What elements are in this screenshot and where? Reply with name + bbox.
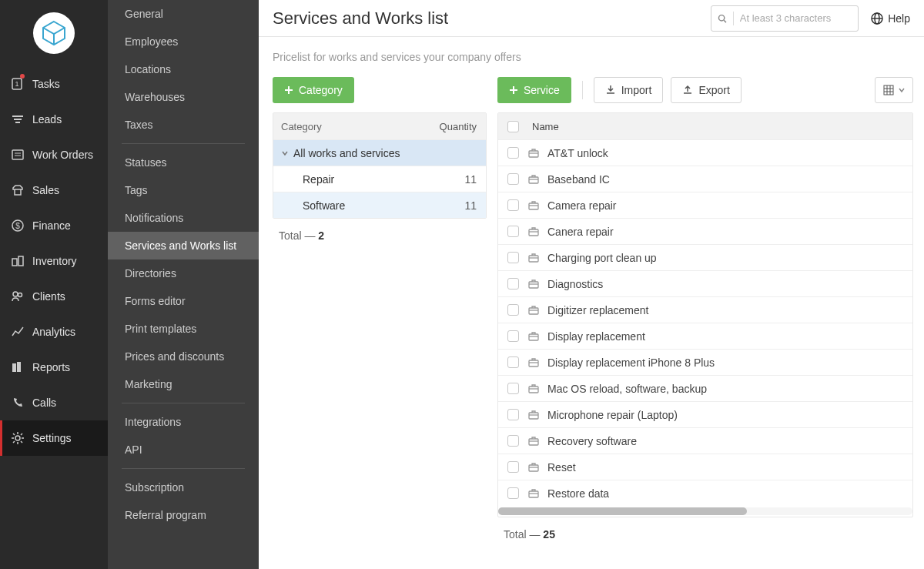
service-row[interactable]: Restore data	[498, 480, 912, 506]
cube-icon	[40, 19, 68, 47]
subnav-item[interactable]: Warehouses	[108, 83, 259, 111]
tasks-icon: 1	[11, 77, 25, 91]
nav-calls[interactable]: Calls	[0, 385, 108, 420]
row-checkbox[interactable]	[507, 304, 519, 316]
svg-rect-37	[529, 203, 538, 209]
service-name: Display replacement iPhone 8 Plus	[547, 356, 912, 369]
row-checkbox[interactable]	[507, 199, 519, 211]
subnav-item[interactable]: Print templates	[108, 315, 259, 343]
service-total: Total — 25	[497, 517, 913, 551]
finance-icon: $	[11, 219, 25, 233]
service-row[interactable]: Digitizer replacement	[498, 296, 912, 323]
row-checkbox[interactable]	[507, 356, 519, 368]
subnav-item[interactable]: Notifications	[108, 204, 259, 232]
service-row[interactable]: Display replacement	[498, 323, 912, 349]
subnav-item[interactable]: API	[108, 436, 259, 464]
briefcase-icon	[527, 278, 547, 290]
logo	[0, 0, 108, 66]
service-table: Name AT&T unlockBaseband ICCamera repair…	[497, 112, 913, 517]
service-name: AT&T unlock	[547, 147, 912, 159]
subnav-item[interactable]: Locations	[108, 55, 259, 83]
row-checkbox[interactable]	[507, 487, 519, 499]
row-checkbox[interactable]	[507, 383, 519, 394]
service-row[interactable]: Display replacement iPhone 8 Plus	[498, 349, 912, 375]
add-service-button[interactable]: Service	[497, 77, 571, 103]
svg-text:1: 1	[15, 80, 18, 88]
subnav-item[interactable]: Employees	[108, 28, 259, 55]
nav-reports[interactable]: Reports	[0, 350, 108, 385]
subnav-item[interactable]: Integrations	[108, 408, 259, 436]
svg-rect-59	[529, 491, 538, 497]
row-checkbox[interactable]	[507, 409, 519, 420]
col-name[interactable]: Name	[527, 121, 912, 132]
nav-analytics[interactable]: Analytics	[0, 314, 108, 350]
nav-clients[interactable]: Clients	[0, 279, 108, 314]
subnav-item[interactable]: Referral program	[108, 501, 259, 529]
nav-settings[interactable]: Settings	[0, 420, 108, 456]
service-row[interactable]: Canera repair	[498, 218, 912, 244]
row-checkbox[interactable]	[507, 173, 519, 185]
category-row[interactable]: Software11	[273, 192, 486, 218]
grid-icon	[883, 85, 894, 95]
service-row[interactable]: AT&T unlock	[498, 139, 912, 166]
nav-inventory[interactable]: Inventory	[0, 243, 108, 279]
search-box[interactable]	[711, 5, 859, 32]
subnav-item[interactable]: Subscription	[108, 474, 259, 501]
row-checkbox[interactable]	[507, 435, 519, 447]
service-row[interactable]: Camera repair	[498, 192, 912, 218]
horizontal-scrollbar[interactable]	[498, 507, 912, 515]
svg-rect-16	[12, 363, 16, 372]
service-name: Canera repair	[547, 226, 912, 238]
nav-workorders[interactable]: Work Orders	[0, 137, 108, 172]
subnav-item[interactable]: Directories	[108, 259, 259, 287]
nav-finance[interactable]: $Finance	[0, 208, 108, 243]
svg-rect-7	[12, 150, 23, 159]
svg-point-19	[719, 15, 725, 20]
svg-rect-28	[884, 85, 893, 95]
add-category-button[interactable]: Category	[273, 77, 354, 103]
service-name: Recovery software	[547, 435, 912, 447]
nav-sales[interactable]: Sales	[0, 172, 108, 208]
subnav-item[interactable]: General	[108, 0, 259, 28]
import-button[interactable]: Import	[594, 77, 664, 103]
row-checkbox[interactable]	[507, 278, 519, 290]
service-row[interactable]: Baseband IC	[498, 166, 912, 192]
nav-tasks[interactable]: 1Tasks	[0, 66, 108, 102]
subnav-item[interactable]: Forms editor	[108, 287, 259, 315]
svg-rect-35	[529, 177, 538, 183]
service-row[interactable]: Charging port clean up	[498, 244, 912, 270]
service-name: Baseband IC	[547, 173, 912, 186]
nav-leads[interactable]: Leads	[0, 102, 108, 137]
category-row[interactable]: Repair11	[273, 166, 486, 192]
subnav-item[interactable]: Marketing	[108, 370, 259, 398]
subnav-item[interactable]: Prices and discounts	[108, 343, 259, 370]
subnav-item[interactable]: Statuses	[108, 149, 259, 176]
service-name: Diagnostics	[547, 278, 912, 290]
service-row[interactable]: Recovery software	[498, 427, 912, 454]
service-row[interactable]: Mac OS reload, software, backup	[498, 375, 912, 401]
subnav-item[interactable]: Services and Works list	[108, 232, 259, 259]
service-row[interactable]: Microphone repair (Laptop)	[498, 401, 912, 427]
row-checkbox[interactable]	[507, 461, 519, 473]
subnav-item[interactable]: Tags	[108, 176, 259, 204]
briefcase-icon	[527, 226, 547, 238]
col-quantity[interactable]: Quantity	[432, 121, 486, 132]
svg-rect-45	[529, 308, 538, 314]
row-checkbox[interactable]	[507, 330, 519, 342]
col-category[interactable]: Category	[273, 121, 432, 132]
svg-rect-12	[12, 259, 17, 266]
export-button[interactable]: Export	[671, 77, 741, 103]
subnav-item[interactable]: Taxes	[108, 111, 259, 139]
service-row[interactable]: Reset	[498, 454, 912, 480]
row-checkbox[interactable]	[507, 252, 519, 263]
settings-sidebar: GeneralEmployeesLocationsWarehousesTaxes…	[108, 0, 259, 569]
help-link[interactable]: Help	[871, 12, 910, 25]
row-checkbox[interactable]	[507, 147, 519, 159]
row-checkbox[interactable]	[507, 226, 519, 237]
category-row-all[interactable]: All works and services	[273, 139, 486, 166]
view-toggle[interactable]	[875, 77, 913, 103]
select-all-checkbox[interactable]	[507, 121, 519, 132]
service-row[interactable]: Diagnostics	[498, 270, 912, 296]
search-input[interactable]	[740, 12, 852, 24]
svg-rect-33	[529, 151, 538, 157]
